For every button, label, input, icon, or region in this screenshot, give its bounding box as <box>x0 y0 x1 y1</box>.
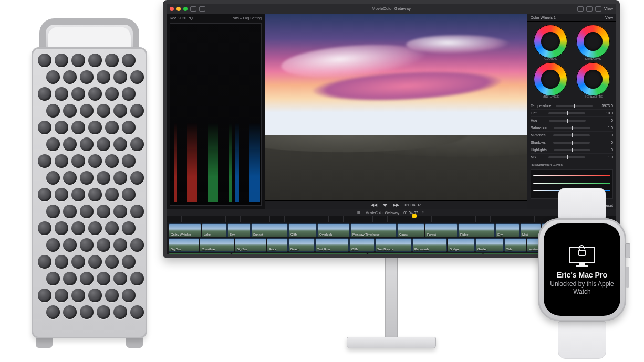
param-slider[interactable] <box>554 127 590 129</box>
watch-screen[interactable]: Eric's Mac Pro Unlocked by this Apple Wa… <box>544 223 620 316</box>
timeline-clip[interactable]: Tide <box>504 238 526 252</box>
timeline-clip[interactable]: Ridge <box>458 223 495 237</box>
color-inspector-panel: Color Wheels 1 View GLOBAL SHADOWS <box>527 14 616 209</box>
param-row-mix[interactable]: Mix1.0 <box>531 154 613 161</box>
param-value: 1.0 <box>597 126 613 130</box>
watch-band-top <box>558 188 606 218</box>
timeline-clip[interactable]: Beach <box>288 238 315 252</box>
timeline-clip[interactable]: Rock <box>267 238 288 252</box>
clip-label: Forest <box>427 233 436 236</box>
param-value: 1.0 <box>597 155 613 159</box>
param-name: Saturation <box>531 126 547 130</box>
timeline-clip[interactable]: Coastline <box>200 238 234 252</box>
color-wheel-global[interactable] <box>534 25 567 58</box>
timeline-clip[interactable]: Forest <box>425 223 458 237</box>
param-slider[interactable] <box>554 149 590 151</box>
param-slider[interactable] <box>553 142 590 144</box>
digital-crown[interactable] <box>625 243 630 258</box>
timeline-clip[interactable]: Cliffs <box>349 238 375 252</box>
layout-toggle-icon[interactable] <box>586 6 593 12</box>
param-name: Hue <box>531 119 537 122</box>
timeline-clip[interactable]: Big Sur <box>169 238 199 252</box>
view-menu[interactable]: View <box>604 6 613 11</box>
clip-label: Cliffs <box>351 248 358 251</box>
scopes-options-label[interactable]: Nits – Log Setting <box>233 16 262 20</box>
timeline-clip[interactable]: Meadow Timelapse <box>350 223 397 237</box>
zoom-icon[interactable] <box>183 7 188 11</box>
timeline-clip[interactable]: Sunset <box>251 223 288 237</box>
import-icon[interactable] <box>199 6 205 12</box>
timeline-clip[interactable]: Sea Breeze <box>375 238 412 252</box>
audio-clip[interactable] <box>368 253 482 254</box>
close-icon[interactable] <box>170 7 174 11</box>
titlebar: MovieColor Getaway View <box>167 4 616 14</box>
window-controls[interactable] <box>170 7 188 11</box>
clip-label: Bay <box>230 233 235 236</box>
color-wheel-shadows[interactable] <box>576 25 610 58</box>
param-slider[interactable] <box>556 105 593 107</box>
param-slider[interactable] <box>548 156 585 158</box>
timeline-clip[interactable]: Overlook <box>317 223 350 237</box>
timeline-clip[interactable]: Golden <box>475 238 504 252</box>
scope-red-channel <box>174 118 202 202</box>
param-row-tint[interactable]: Tint10.0 <box>531 110 613 117</box>
param-row-midtones[interactable]: Midtones0 <box>531 132 613 139</box>
timeline-clip[interactable]: Cliffs <box>288 223 317 237</box>
param-row-highlights[interactable]: Highlights0 <box>531 146 613 154</box>
param-name: Temperature <box>531 104 551 108</box>
minimize-icon[interactable] <box>176 7 181 11</box>
inspector-view-menu[interactable]: View <box>605 16 613 19</box>
timeline-clip[interactable]: Lake <box>202 223 227 237</box>
param-name: Mix <box>531 155 536 159</box>
param-row-temperature[interactable]: Temperature5973.0 <box>531 102 613 110</box>
preview-terrain <box>265 135 527 209</box>
share-icon[interactable] <box>577 6 584 12</box>
rgb-parade-scope[interactable] <box>170 23 262 206</box>
timeline-clip[interactable]: Big Sur <box>235 238 266 252</box>
timeline-clip[interactable]: Trail Run <box>315 238 349 252</box>
timeline-clip[interactable]: Cathy Whicker <box>169 223 201 237</box>
param-slider[interactable] <box>553 134 590 136</box>
clip-label: Sunset <box>253 233 263 236</box>
clip-label: Sky <box>497 233 503 236</box>
param-value: 0 <box>597 148 613 152</box>
timeline-tools-icon[interactable]: ✃ <box>422 210 425 215</box>
timeline-clip[interactable]: Bay <box>227 223 251 237</box>
clip-label: Cliffs <box>290 233 297 236</box>
mac-pro-body <box>32 47 147 338</box>
skip-back-icon[interactable]: ◀◀ <box>371 203 377 207</box>
clip-label: Sea Breeze <box>377 248 393 251</box>
audio-clip[interactable] <box>232 253 367 254</box>
library-icon[interactable] <box>190 6 196 12</box>
timeline-clip[interactable]: Redwoods <box>412 238 447 252</box>
display-stand-base <box>347 337 436 348</box>
skip-forward-icon[interactable]: ▶▶ <box>393 203 399 207</box>
display-stand-arm <box>385 258 398 337</box>
viewer-timecode: 01:04:07 <box>404 203 421 207</box>
watch-side-button[interactable] <box>626 267 629 288</box>
param-row-shadows[interactable]: Shadows0 <box>531 139 613 146</box>
timeline-project-name: MovieColor Getaway <box>365 211 399 215</box>
inspector-toggle-icon[interactable] <box>595 6 601 12</box>
timeline-clip[interactable]: Bridge <box>448 238 475 252</box>
param-row-hue[interactable]: Hue0 <box>531 117 613 124</box>
unlock-mac-icon <box>567 243 597 265</box>
param-value: 10.0 <box>597 111 613 115</box>
timeline-clip[interactable]: Sky <box>495 223 520 237</box>
color-wheel-midtones[interactable] <box>534 62 567 96</box>
watch-case: Eric's Mac Pro Unlocked by this Apple Wa… <box>538 218 626 321</box>
param-slider[interactable] <box>549 120 586 122</box>
param-slider[interactable] <box>548 112 585 114</box>
timeline-index-icon[interactable]: ▤ <box>357 210 361 215</box>
play-icon[interactable] <box>382 204 388 207</box>
audio-clip[interactable] <box>169 253 231 254</box>
preview-cloud <box>406 35 511 54</box>
color-wheel-highlights[interactable] <box>576 62 610 96</box>
curves-title: Hue/Saturation Curves <box>527 162 616 167</box>
window-title: MovieColor Getaway <box>208 6 575 11</box>
clip-label: Golden <box>477 248 487 251</box>
timeline-clip[interactable]: Coast <box>397 223 424 237</box>
video-scopes-panel: Rec. 2020 PQ Nits – Log Setting <box>167 14 265 209</box>
param-row-saturation[interactable]: Saturation1.0 <box>531 124 613 132</box>
viewer[interactable]: ◀◀ ▶▶ 01:04:07 <box>265 14 527 209</box>
